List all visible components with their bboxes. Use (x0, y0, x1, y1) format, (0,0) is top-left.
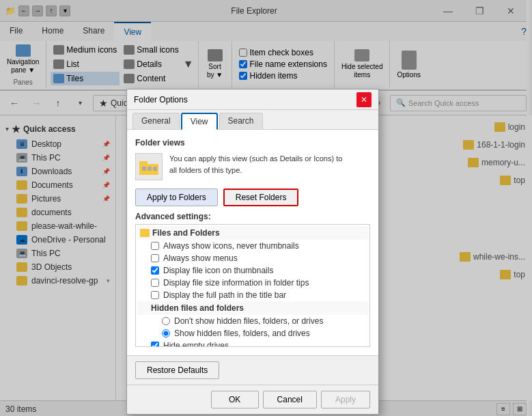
apply-btn[interactable]: Apply (321, 391, 370, 408)
dialog-tabs: General View Search (127, 110, 378, 130)
checkbox-display-full-path[interactable] (151, 291, 159, 299)
dialog-tab-search[interactable]: Search (219, 113, 263, 129)
folder-view-buttons: Apply to Folders Reset Folders (135, 189, 370, 206)
checkbox-always-show-menus[interactable] (151, 254, 159, 262)
category-files-folders: Files and Folders (137, 226, 368, 240)
checkbox-display-file-icon[interactable] (151, 266, 159, 275)
reset-folders-btn[interactable]: Reset Folders (223, 189, 299, 206)
setting-always-show-icons[interactable]: Always show icons, never thumbnails (137, 240, 368, 252)
checkbox-hide-empty-drives[interactable] (151, 342, 159, 347)
radio-dont-show-hidden[interactable] (162, 317, 170, 325)
advanced-label: Advanced settings: (135, 212, 370, 221)
folder-options-dialog: Folder Options ✕ General View Search Fol… (126, 89, 379, 415)
checkbox-always-show-icons[interactable] (151, 242, 159, 250)
setting-display-full-path[interactable]: Display the full path in the title bar (137, 289, 368, 301)
apply-to-folders-btn[interactable]: Apply to Folders (135, 189, 218, 206)
settings-list[interactable]: Files and Folders Always show icons, nev… (135, 224, 370, 347)
setting-always-show-menus[interactable]: Always show menus (137, 252, 368, 264)
dialog-body: Folder views You can apply this view (su… (127, 130, 378, 355)
setting-dont-show-hidden[interactable]: Don't show hidden files, folders, or dri… (137, 315, 368, 327)
setting-hide-empty-drives[interactable]: Hide empty drives (137, 339, 368, 347)
dialog-close-btn[interactable]: ✕ (356, 92, 372, 107)
category-hidden-files: Hidden files and folders (137, 301, 368, 315)
cancel-btn[interactable]: Cancel (263, 391, 317, 408)
folder-view-description: You can apply this view (such as Details… (169, 153, 342, 176)
svg-rect-3 (148, 167, 152, 171)
svg-rect-4 (153, 167, 157, 171)
advanced-settings-section: Advanced settings: Files and Folders Alw… (135, 212, 370, 347)
svg-rect-2 (142, 167, 146, 171)
dialog-tab-general[interactable]: General (132, 113, 180, 129)
dialog-title: Folder Options (134, 95, 356, 105)
dialog-footer: OK Cancel Apply (127, 385, 378, 414)
setting-display-file-size[interactable]: Display file size information in folder … (137, 277, 368, 289)
setting-show-hidden[interactable]: Show hidden files, folders, and drives (137, 327, 368, 339)
checkbox-display-file-size[interactable] (151, 279, 159, 287)
restore-defaults-btn[interactable]: Restore Defaults (135, 361, 219, 379)
setting-display-file-icon[interactable]: Display file icon on thumbnails (137, 264, 368, 277)
dialog-title-bar: Folder Options ✕ (127, 89, 378, 110)
category-folder-icon (140, 229, 150, 237)
dialog-tab-view[interactable]: View (181, 113, 218, 130)
dialog-middle-footer: Restore Defaults (127, 355, 378, 385)
folder-view-icon (135, 153, 163, 180)
folder-view-info: You can apply this view (such as Details… (135, 153, 370, 180)
folder-views-title: Folder views (135, 138, 370, 148)
ok-btn[interactable]: OK (211, 391, 259, 408)
radio-show-hidden[interactable] (162, 329, 170, 337)
